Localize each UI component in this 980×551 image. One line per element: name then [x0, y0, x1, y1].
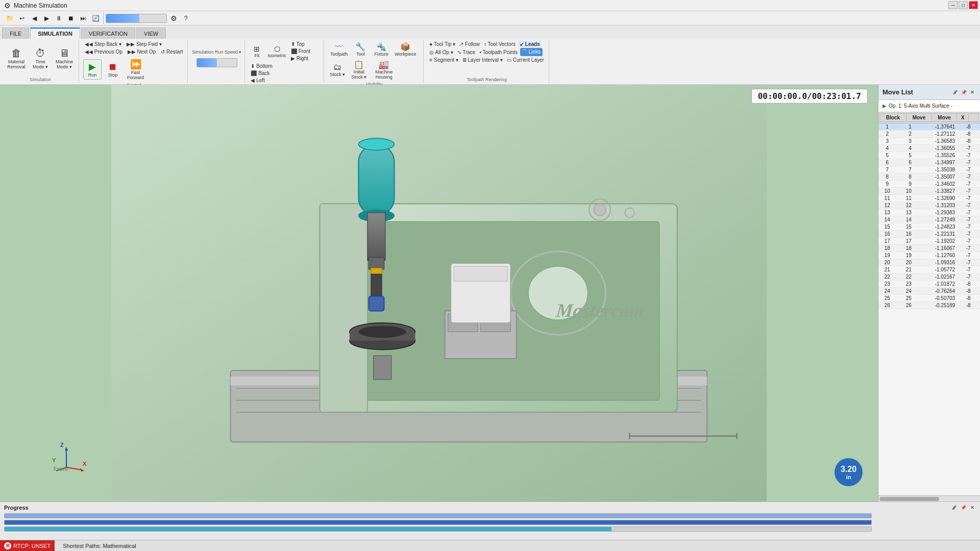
- move-list-hscrollbar[interactable]: [878, 495, 980, 502]
- fixture-vis-button[interactable]: 🔩Fixture: [371, 41, 391, 58]
- progress-collapse-button[interactable]: 🖊: [950, 504, 958, 511]
- machine-housing-vis-button[interactable]: 🏭MachineHousing: [371, 59, 397, 81]
- move-list-row[interactable]: 12 12 -1.31203 -7: [878, 202, 980, 209]
- move-list-row[interactable]: 11 11 -1.32690 -7: [878, 195, 980, 202]
- move-list-row[interactable]: 22 22 -1.02167 -7: [878, 273, 980, 281]
- settings-button[interactable]: ⚙: [168, 13, 179, 24]
- tab-simulation[interactable]: SIMULATION: [30, 28, 80, 39]
- segment-button[interactable]: ≡ Segment ▾: [428, 57, 459, 63]
- tool-vis-button[interactable]: 🔧Tool: [351, 41, 370, 58]
- move-list-row[interactable]: 4 4 -1.36055 -7: [878, 145, 980, 152]
- top-view-button[interactable]: ⬆ Top: [289, 41, 312, 47]
- cell-action: [973, 173, 980, 181]
- svg-rect-26: [374, 356, 391, 380]
- move-list-row[interactable]: 10 10 -1.33827 -7: [878, 188, 980, 195]
- stop-button[interactable]: ⏹ Stop: [104, 60, 122, 79]
- stock-vis-button[interactable]: 🗂Stock ▾: [328, 62, 347, 78]
- viewport-3d[interactable]: Mastercam 00:00:00.0/00:23:01.7 3.20 in …: [0, 85, 878, 502]
- refresh-button[interactable]: 🔄: [90, 13, 101, 24]
- right-view-button[interactable]: ▶ Right: [289, 55, 312, 62]
- step-fwd-button[interactable]: ▶▶ Step Fwd ▾: [125, 41, 163, 47]
- material-removal-button[interactable]: 🗑 MaterialRemoval: [5, 46, 28, 70]
- follow-button[interactable]: ↗ Follow: [458, 41, 481, 47]
- move-list-row[interactable]: 5 5 -1.35526 -7: [878, 152, 980, 159]
- restart-button[interactable]: ↺ Restart: [159, 48, 184, 55]
- move-list-row[interactable]: 23 23 -1.01872 -8: [878, 281, 980, 288]
- move-list-row[interactable]: 20 20 -1.09316 -7: [878, 259, 980, 266]
- tab-view[interactable]: VIEW: [136, 28, 166, 39]
- tool-tip-button[interactable]: ● Tool Tip ▾: [428, 41, 457, 47]
- current-layer-button[interactable]: ▭ Current Layer: [505, 57, 546, 63]
- move-list-row[interactable]: 16 16 -1.22131 -7: [878, 231, 980, 238]
- move-list-row[interactable]: 9 9 -1.34602 -7: [878, 181, 980, 188]
- move-list-row[interactable]: 24 24 -0.76264 -8: [878, 288, 980, 295]
- stop-quick-button[interactable]: ⏹: [65, 13, 77, 24]
- move-list-row[interactable]: 19 19 -1.12760 -7: [878, 252, 980, 259]
- time-mode-button[interactable]: ⏱ TimeMode ▾: [29, 46, 52, 70]
- bottom-view-button[interactable]: ⬇ Bottom: [249, 63, 274, 69]
- cell-action: [973, 166, 980, 173]
- cell-move2: -0.50703: [914, 295, 957, 302]
- isometric-view-button[interactable]: ⬡Isometric: [265, 44, 288, 59]
- move-list-row[interactable]: 3 3 -1.36583 -8: [878, 138, 980, 145]
- progress-close-button[interactable]: ✕: [969, 504, 976, 511]
- step-back-button[interactable]: ◀◀ Step Back ▾: [83, 41, 123, 47]
- undo-button[interactable]: ↩: [16, 13, 28, 24]
- minimize-button[interactable]: ─: [948, 1, 958, 9]
- trace-button[interactable]: ∿ Trace: [456, 48, 477, 56]
- prev-button[interactable]: ◀: [29, 13, 40, 24]
- layer-interval-button[interactable]: ≣ Layer Interval ▾: [461, 57, 504, 63]
- tab-verification[interactable]: VERIFICATION: [81, 28, 135, 39]
- machine-mode-button[interactable]: 🖥 MachineMode ▾: [53, 46, 76, 70]
- move-list-row[interactable]: 13 13 -1.29383 -7: [878, 209, 980, 216]
- links-button[interactable]: ⌒ Links: [520, 48, 543, 56]
- play-quick-button[interactable]: ▶: [41, 13, 52, 24]
- move-list-collapse-button[interactable]: 🖊: [951, 89, 959, 96]
- move-list-pin-button[interactable]: 📌: [960, 89, 967, 96]
- operation-tree-item[interactable]: ▶ Op. 1: 5-Axis Multi Surface -: [880, 102, 978, 110]
- maximize-button[interactable]: □: [959, 1, 968, 9]
- move-list-row[interactable]: 8 8 -1.35007 -7: [878, 173, 980, 181]
- move-list-row[interactable]: 15 15 -1.24823 -7: [878, 223, 980, 231]
- progress-pin-button[interactable]: 📌: [960, 504, 967, 511]
- skip-forward-button[interactable]: ⏭: [78, 13, 89, 24]
- cell-block: 13: [878, 209, 896, 216]
- move-list-row[interactable]: 7 7 -1.35038 -7: [878, 166, 980, 173]
- run-button[interactable]: ▶ Run: [83, 59, 102, 80]
- prev-op-button[interactable]: ◀◀ Previous Op: [83, 48, 124, 55]
- initial-stock-vis-button[interactable]: 📋InitialStock ▾: [348, 59, 370, 81]
- all-op-button[interactable]: ◎ All Op ▾: [428, 48, 454, 56]
- close-button[interactable]: ✕: [969, 1, 978, 9]
- move-list-row[interactable]: 14 14 -1.27249 -7: [878, 216, 980, 223]
- move-list-row[interactable]: 26 26 -0.25189 -8: [878, 302, 980, 309]
- move-list-row[interactable]: 21 21 -1.05772 -7: [878, 266, 980, 273]
- help-button[interactable]: ?: [180, 13, 191, 24]
- move-list-table[interactable]: 1 1 -1.37641 -8 2 2 -1.27112 -8 3 3 -1.3…: [878, 123, 980, 495]
- speed-slider[interactable]: [197, 58, 237, 67]
- toolpath-vis-button[interactable]: 〰Toolpath: [328, 41, 350, 58]
- fast-forward-button[interactable]: ⏩ FastForward: [124, 57, 147, 82]
- cell-move1: 2: [896, 131, 913, 138]
- move-list-row[interactable]: 6 6 -1.34997 -7: [878, 159, 980, 166]
- leads-button[interactable]: ↙ Leads: [518, 41, 542, 47]
- file-open-button[interactable]: 📁: [4, 13, 15, 24]
- left-view-button[interactable]: ◀ Left: [249, 77, 274, 84]
- tab-file[interactable]: FILE: [2, 28, 29, 39]
- front-view-button[interactable]: ⬛ Front: [289, 48, 312, 55]
- progress-slider[interactable]: [106, 14, 167, 23]
- toolpath-points-button[interactable]: • Toolpath Points: [478, 48, 519, 56]
- move-list-row[interactable]: 25 25 -0.50703 -8: [878, 295, 980, 302]
- tool-vectors-button[interactable]: ↕ Tool Vectors: [482, 41, 517, 47]
- move-list-close-button[interactable]: ✕: [969, 89, 976, 96]
- move-list-row[interactable]: 17 17 -1.19202 -7: [878, 238, 980, 245]
- back-view-button[interactable]: ⬛ Back: [249, 70, 274, 77]
- pause-quick-button[interactable]: ⏸: [53, 13, 64, 24]
- cell-action: [973, 188, 980, 195]
- ribbon-tab-bar: FILE SIMULATION VERIFICATION VIEW: [0, 26, 980, 39]
- workpiece-vis-button[interactable]: 📦Workpiece: [393, 41, 418, 58]
- fit-view-button[interactable]: ⊞Fit: [249, 44, 264, 59]
- move-list-row[interactable]: 1 1 -1.37641 -8: [878, 123, 980, 131]
- move-list-row[interactable]: 2 2 -1.27112 -8: [878, 131, 980, 138]
- next-op-button[interactable]: ▶▶ Next Op: [126, 48, 157, 55]
- move-list-row[interactable]: 18 18 -1.16067 -7: [878, 245, 980, 252]
